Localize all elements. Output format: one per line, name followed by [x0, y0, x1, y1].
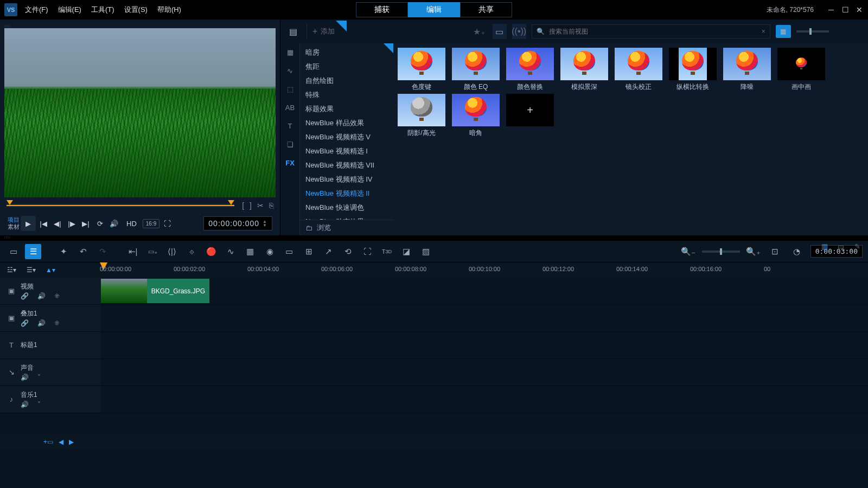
clear-search-icon[interactable]: × [762, 28, 765, 35]
panel-tab-media-icon[interactable]: ▦ [284, 47, 296, 57]
track-header[interactable]: ♪ 音乐1 🔊 ˅ [0, 386, 101, 413]
add-effect-button[interactable]: + [504, 94, 556, 138]
zoom-slider[interactable] [702, 251, 740, 253]
scroll-right-icon[interactable]: ▶ [69, 438, 74, 446]
panel-grip[interactable]: ፧፧፧፧ [4, 24, 276, 28]
layout-c-icon[interactable]: ✎ [851, 241, 864, 252]
fit-icon[interactable]: ⊡ [767, 244, 783, 259]
category-item[interactable]: NewBlue 动态效果 [300, 215, 393, 220]
category-item-active[interactable]: NewBlue 视频精选 II [300, 187, 393, 201]
category-item[interactable]: 特殊 [300, 88, 393, 102]
zoom-out-icon[interactable]: 🔍₋ [680, 244, 697, 259]
duration-icon[interactable]: ◔ [789, 244, 805, 259]
mode-project[interactable]: 项目 [8, 216, 20, 223]
track-lane[interactable] [101, 359, 868, 386]
tool-8-icon[interactable]: ◉ [261, 244, 278, 259]
minimize-icon[interactable]: ─ [827, 5, 835, 14]
track-lane[interactable] [101, 386, 868, 413]
play-button[interactable]: ▶ [21, 216, 36, 231]
tool-1-icon[interactable]: ⇤| [125, 244, 141, 259]
effect-thumb[interactable]: 暗角 [450, 94, 502, 138]
panel-tab-title-icon[interactable]: AB [284, 102, 296, 113]
scroll-left-icon[interactable]: ◀ [59, 438, 63, 446]
track-lane[interactable]: BKGD_Grass.JPG [101, 278, 868, 304]
track-header[interactable]: ↘ 声音 🔊 ˅ [0, 359, 101, 386]
category-item[interactable]: 暗房 [300, 46, 393, 60]
mute-icon[interactable]: 🔊 [37, 319, 46, 327]
track-options-icon[interactable]: ☳▾ [5, 265, 17, 275]
tool-2-icon[interactable]: ▭₊ [144, 244, 161, 259]
category-item[interactable]: NewBlue 样品效果 [300, 116, 393, 130]
favorites-icon[interactable]: ★₊ [471, 24, 487, 39]
prev-frame-icon[interactable]: ◀| [51, 217, 64, 230]
goto-end-icon[interactable]: ▶| [79, 217, 92, 230]
mute-icon[interactable]: 🔊 [21, 374, 29, 381]
tool-16-icon[interactable]: ▨ [418, 244, 434, 259]
browse-button[interactable]: 🗀 浏览 [300, 220, 393, 235]
menu-settings[interactable]: 设置(S) [124, 5, 148, 15]
scrub-track[interactable] [7, 204, 234, 207]
effect-thumb[interactable]: 阴影/高光 [395, 94, 448, 138]
view-b-icon[interactable]: ((•)) [512, 24, 526, 39]
category-item[interactable]: 自然绘图 [300, 74, 393, 88]
timeline-grip[interactable]: ፧፧፧፧ [0, 235, 868, 241]
category-item[interactable]: 标题效果 [300, 102, 393, 116]
track-header[interactable]: ▣ 视频 🔗 🔊 ⁜ [0, 278, 101, 304]
zoom-in-icon[interactable]: 🔍₊ [745, 244, 762, 259]
panel-tab-fx-icon[interactable]: FX [284, 157, 296, 168]
track-header[interactable]: T 标题1 [0, 332, 101, 358]
effect-thumb[interactable]: 画中画 [775, 48, 827, 92]
add-button[interactable]: +添加 [312, 27, 335, 36]
library-icon[interactable]: ▤ [285, 24, 301, 39]
menu-tools[interactable]: 工具(T) [91, 5, 114, 15]
expand-icon[interactable]: ˅ [37, 401, 41, 408]
tool-11-icon[interactable]: ↗ [320, 244, 336, 259]
menu-help[interactable]: 帮助(H) [157, 5, 181, 15]
tool-15-icon[interactable]: ◪ [398, 244, 414, 259]
panel-tab-text-icon[interactable]: T [284, 120, 296, 131]
track-lane[interactable] [101, 332, 868, 358]
fx-icon[interactable]: ⁜ [54, 292, 60, 300]
volume-icon[interactable]: 🔊 [107, 217, 120, 230]
thumbnail-view-icon[interactable]: ▦ [776, 25, 791, 38]
layout-a-icon[interactable]: ▥ [818, 241, 831, 252]
mute-icon[interactable]: 🔊 [37, 292, 46, 300]
timecode-stepper[interactable]: ▲▼ [263, 220, 267, 227]
search-input[interactable] [549, 28, 757, 35]
timecode-display[interactable]: 00:00:00:000 ▲▼ [203, 216, 272, 230]
goto-start-icon[interactable]: |◀ [37, 217, 50, 230]
mark-out-icon[interactable]: ] [250, 201, 252, 210]
category-item[interactable]: NewBlue 视频精选 V [300, 130, 393, 144]
tool-5-icon[interactable]: 🔴 [203, 244, 219, 259]
favorite-corner-icon[interactable] [336, 21, 347, 31]
effect-thumb[interactable]: 颜色替换 [504, 48, 556, 92]
tools-icon[interactable]: ✦ [55, 244, 72, 259]
tab-edit[interactable]: 编辑 [408, 2, 460, 17]
pin-corner-icon[interactable] [384, 43, 393, 53]
fx-icon[interactable]: ⁜ [54, 319, 60, 327]
time-ruler[interactable]: 00:00:00:00 00:00:02:00 00:00:04:00 00:0… [100, 262, 863, 278]
effect-thumb[interactable]: 纵横比转换 [667, 48, 719, 92]
link-icon[interactable]: 🔗 [21, 292, 29, 300]
track-header[interactable]: ▣ 叠加1 🔗 🔊 ⁜ [0, 305, 101, 331]
undo-icon[interactable]: ↶ [75, 244, 91, 259]
panel-tab-audio-icon[interactable]: ∿ [284, 65, 296, 76]
video-preview[interactable] [4, 28, 276, 197]
layout-b-icon[interactable]: ▭ [834, 241, 847, 252]
effect-thumb[interactable]: 色度键 [395, 48, 448, 92]
category-item[interactable]: NewBlue 视频精选 IV [300, 172, 393, 187]
category-item[interactable]: 焦距 [300, 60, 393, 74]
next-frame-icon[interactable]: |▶ [65, 217, 78, 230]
mute-icon[interactable]: 🔊 [21, 401, 29, 408]
tool-4-icon[interactable]: ⟐ [183, 244, 200, 259]
split-icon[interactable]: ✂ [257, 201, 264, 210]
panel-tab-graphic-icon[interactable]: ❏ [284, 139, 296, 150]
view-a-icon[interactable]: ▭ [493, 24, 507, 39]
preview-mode[interactable]: 项目 素材 [8, 216, 20, 230]
expand-icon[interactable]: ⛶ [161, 217, 174, 230]
tab-share[interactable]: 共享 [460, 2, 512, 17]
storyboard-view-icon[interactable]: ▭ [5, 244, 22, 259]
mark-in-icon[interactable]: [ [242, 201, 244, 210]
panel-tab-transition-icon[interactable]: ⬚ [284, 84, 296, 94]
tool-6-icon[interactable]: ∿ [222, 244, 239, 259]
